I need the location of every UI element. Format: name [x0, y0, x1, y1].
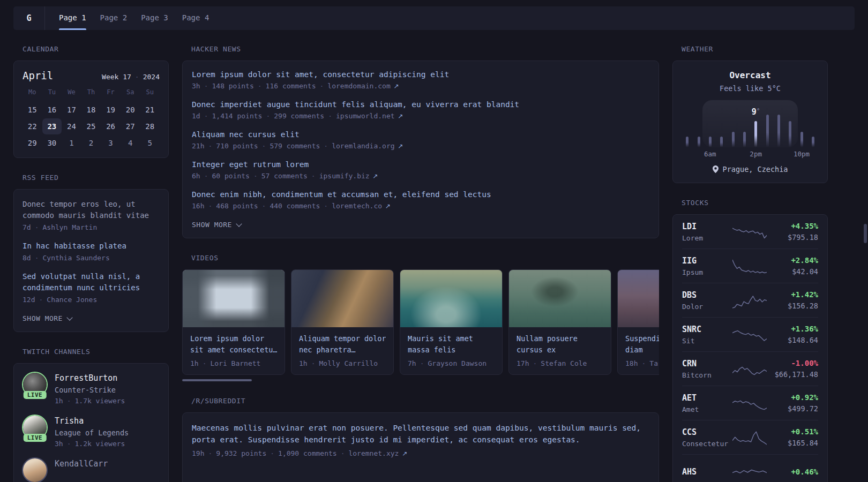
hn-story-title[interactable]: Aliquam nec cursus elit — [192, 130, 649, 139]
video-title[interactable]: Aliquam tempor dolornec pharetra… — [299, 333, 386, 356]
video-title[interactable]: Mauris sit ametmassa felis — [408, 333, 495, 356]
top-nav: G Page 1Page 2Page 3Page 4 — [13, 6, 855, 30]
location-pin-icon — [713, 165, 719, 173]
twitch-channel[interactable]: LIVETrishaLeague of Legends3h·1.2k viewe… — [23, 415, 160, 448]
calendar-day: 5 — [140, 135, 160, 151]
stock-ticker: CRN — [682, 359, 732, 368]
external-link-icon: ↗ — [398, 112, 403, 120]
calendar-week-year: Week 17·2024 — [102, 73, 160, 81]
story-domain-link[interactable]: loremdomain.com — [327, 82, 390, 90]
video-card[interactable]: Suspendissediam18h·Tara — [617, 269, 659, 375]
app-logo[interactable]: G — [13, 6, 45, 30]
weather-bar — [698, 137, 700, 147]
weather-bar — [732, 132, 735, 147]
stock-row[interactable]: AHS+0.46% — [673, 455, 827, 482]
stock-row[interactable]: LDILorem+4.35%$795.18 — [673, 215, 827, 248]
calendar-day: 15 — [23, 102, 42, 118]
weather-bar — [743, 132, 746, 147]
video-card[interactable]: Nullam posuerecursus ex17h·Stefan Cole — [508, 269, 611, 375]
stock-row[interactable]: DBSDolor+1.42%$156.28 — [673, 283, 827, 317]
dot-separator: · — [208, 142, 212, 150]
tab-label: Page 2 — [100, 13, 128, 22]
story-domain-link[interactable]: loremnet.xyz — [348, 449, 399, 457]
calendar-month: April — [23, 70, 53, 81]
dot-separator: · — [324, 142, 328, 150]
external-link-icon: ↗ — [394, 82, 399, 90]
tab-page-2[interactable]: Page 2 — [100, 6, 128, 30]
video-title[interactable]: Suspendissediam — [625, 333, 659, 356]
calendar-day: 21 — [140, 102, 160, 118]
dot-separator: · — [204, 172, 208, 180]
stock-ticker: AHS — [682, 467, 732, 477]
stock-change: +0.92% — [767, 393, 818, 402]
stock-sparkline — [732, 463, 767, 481]
rss-item-author: Ashlyn Martin — [42, 223, 97, 231]
video-title[interactable]: Lorem ipsum dolorsit amet consectetu… — [190, 333, 277, 356]
weather-feels-like: Feels like 5°C — [682, 84, 819, 93]
dot-separator: · — [208, 449, 212, 457]
rss-item: Donec tempor eros leo, ut commodo mauris… — [23, 199, 160, 231]
live-badge: LIVE — [24, 434, 47, 442]
hn-story-title[interactable]: Integer eget rutrum lorem — [192, 160, 649, 169]
hn-story-title[interactable]: Lorem ipsum dolor sit amet, consectetur … — [192, 70, 649, 79]
video-thumbnail[interactable] — [618, 270, 659, 327]
rss-item-title[interactable]: Sed volutpat nulla nisl, a condimentum n… — [23, 271, 160, 293]
calendar-day-header: Tu — [42, 88, 62, 96]
hn-show-more-button[interactable]: SHOW MORE — [192, 221, 649, 229]
right-column: WEATHER Overcast Feels like 5°C 6am9°2pm… — [672, 39, 828, 482]
stock-sparkline — [732, 428, 767, 447]
calendar-day-headers: MoTuWeThFrSaSu — [23, 88, 160, 102]
viewer-count: 1.2k viewers — [74, 440, 125, 448]
video-card[interactable]: Mauris sit ametmassa felis7h·Grayson Daw… — [400, 269, 503, 375]
channel-name: KendallCarr — [55, 459, 108, 469]
story-domain-link[interactable]: ipsumify.biz — [319, 172, 370, 180]
video-thumbnail[interactable] — [400, 270, 502, 327]
meta-points: 60 points — [212, 172, 249, 180]
video-time: 18h — [625, 359, 638, 367]
stock-row[interactable]: IIGIpsum+2.84%$42.04 — [673, 249, 827, 283]
hn-story: Lorem ipsum dolor sit amet, consectetur … — [192, 70, 649, 90]
time-axis-label: 6am — [704, 150, 716, 158]
stock-change: +4.35% — [767, 222, 818, 230]
stock-price: $795.18 — [767, 233, 818, 242]
rss-show-more-button[interactable]: SHOW MORE — [23, 314, 160, 322]
subreddit-widget: Maecenas mollis pulvinar erat non posuer… — [182, 412, 659, 482]
page-scrollbar[interactable] — [864, 224, 867, 243]
video-title[interactable]: Nullam posuerecursus ex — [517, 333, 603, 356]
stock-row[interactable]: SNRCSit+1.36%$148.64 — [673, 318, 827, 351]
external-link-icon: ↗ — [373, 172, 378, 180]
stock-row[interactable]: AETAmet+0.92%$499.72 — [673, 386, 827, 420]
video-thumbnail[interactable] — [509, 270, 611, 327]
video-card[interactable]: Aliquam tempor dolornec pharetra…1h·Moll… — [291, 269, 394, 375]
tab-page-3[interactable]: Page 3 — [141, 6, 168, 30]
carousel-scrollbar[interactable] — [182, 379, 252, 381]
hn-story-title[interactable]: Donec enim nibh, condimentum et accumsan… — [192, 190, 649, 199]
video-thumbnail[interactable] — [291, 270, 393, 327]
dot-separator: · — [39, 296, 43, 304]
calendar-day: 23 — [42, 118, 62, 134]
hn-story-title[interactable]: Donec imperdiet augue tincidunt felis al… — [192, 100, 649, 109]
video-creator: Stefan Cole — [541, 359, 587, 367]
tab-page-1[interactable]: Page 1 — [59, 6, 86, 30]
story-domain-link[interactable]: ipsumworld.net — [336, 112, 395, 120]
story-domain-link[interactable]: loremtech.co — [332, 202, 382, 210]
twitch-channel[interactable]: KendallCarr — [23, 458, 160, 482]
twitch-channel[interactable]: LIVEForrestBurtonCounter-Strike1h·1.7k v… — [23, 372, 160, 405]
stock-price: $165.84 — [767, 439, 818, 447]
rss-item-title[interactable]: Donec tempor eros leo, ut commodo mauris… — [23, 199, 160, 221]
stock-row[interactable]: CCSConsectetur+0.51%$165.84 — [673, 420, 827, 454]
stock-sparkline — [732, 223, 767, 241]
stock-row[interactable]: CRNBitcorn-1.00%$66,171.48 — [673, 352, 827, 386]
video-meta: 1h·Molly Carrillo — [299, 359, 386, 367]
tab-page-4[interactable]: Page 4 — [182, 6, 209, 30]
rss-item-title[interactable]: In hac habitasse platea — [23, 240, 160, 252]
daylight-highlight — [702, 100, 798, 147]
calendar-day: 4 — [121, 135, 140, 151]
subreddit-post-title[interactable]: Maecenas mollis pulvinar erat non posuer… — [192, 422, 649, 446]
video-card[interactable]: Lorem ipsum dolorsit amet consectetu…1h·… — [182, 269, 285, 375]
calendar-day: 26 — [101, 118, 121, 134]
dot-separator: · — [35, 254, 39, 262]
video-thumbnail[interactable] — [183, 270, 285, 327]
section-title-stocks: STOCKS — [682, 199, 828, 207]
story-domain-link[interactable]: loremlandia.org — [332, 142, 394, 150]
